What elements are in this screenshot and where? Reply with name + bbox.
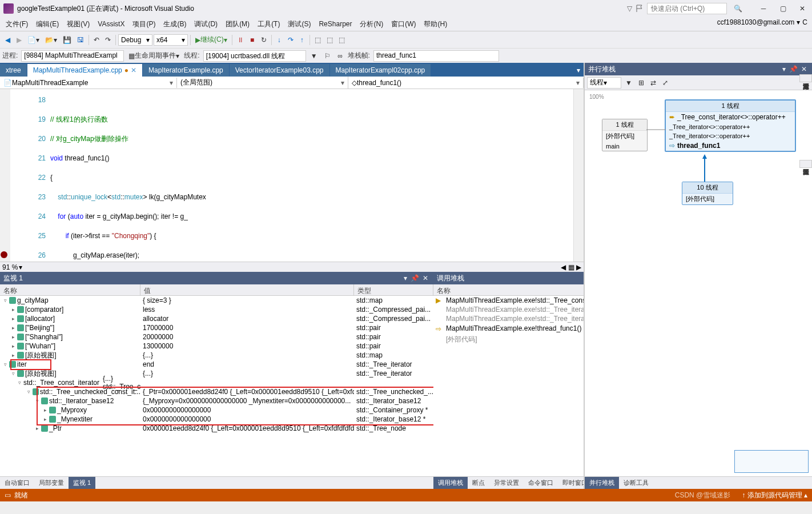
breakpoint-icon[interactable] xyxy=(1,251,7,258)
tab-overflow-button[interactable]: ▾ xyxy=(573,64,584,77)
code-text[interactable]: // 线程1的执行函数// 对g_cityMap做删除操作void thread… xyxy=(50,89,573,262)
save-button[interactable]: 💾 xyxy=(61,34,74,46)
pin-icon[interactable]: 📌 xyxy=(409,274,421,282)
minimize-button[interactable]: ─ xyxy=(754,2,773,15)
tab-watch1[interactable]: 监视 1 xyxy=(69,477,95,489)
tab-locals[interactable]: 局部变量 xyxy=(34,477,69,489)
menu-project[interactable]: 项目(P) xyxy=(129,18,159,31)
stack-node-pool[interactable]: 10 线程 [外部代码] xyxy=(682,182,733,205)
open-button[interactable]: 📂▾ xyxy=(43,34,59,46)
thread-flag-icon[interactable]: ⚐ xyxy=(322,50,333,62)
step-out-button[interactable]: ↑ xyxy=(297,34,307,46)
tb-extra-1[interactable]: ⬚ xyxy=(312,34,323,46)
menu-edit[interactable]: 编辑(E) xyxy=(33,18,62,31)
namespace-combo[interactable]: (全局范围)▾ xyxy=(177,77,348,89)
config-combo[interactable]: Debug▾ xyxy=(118,34,152,46)
undo-button[interactable]: ↶ xyxy=(91,34,102,46)
menu-tools[interactable]: 工具(T) xyxy=(254,18,283,31)
step-into-button[interactable]: ↓ xyxy=(274,34,284,46)
new-file-button[interactable]: 📄▾ xyxy=(25,34,42,46)
panel-close-icon[interactable]: ✕ xyxy=(799,65,809,73)
redo-button[interactable]: ↷ xyxy=(103,34,113,46)
quick-launch-input[interactable] xyxy=(647,3,727,14)
team-explorer-tab[interactable]: 团队资源管理器 xyxy=(799,160,812,168)
tab-vectoriterator03[interactable]: VectorIteratorExample03.cpp xyxy=(230,64,329,77)
stack-node-thread1[interactable]: 1 线程 ➨_Tree_const_iterator<>::operator++… xyxy=(665,99,796,152)
watch-grid[interactable]: ▿ g_cityMap{ size=3 }std::map▸ [comparat… xyxy=(0,296,433,476)
code-scrollbar[interactable] xyxy=(573,89,584,262)
watch-header-value[interactable]: 值 xyxy=(140,284,354,295)
break-button[interactable]: ⏸ xyxy=(235,34,246,46)
watch-title[interactable]: 监视 1 ▾ 📌 ✕ xyxy=(0,272,433,284)
menu-analyze[interactable]: 分析(N) xyxy=(356,18,387,31)
menu-debug[interactable]: 调试(D) xyxy=(191,18,221,31)
watch-row[interactable]: ▸ _Ptr0x000001eedd8d24f0 {_Left=0x000001… xyxy=(0,424,433,433)
menu-resharper[interactable]: ReSharper xyxy=(315,18,355,30)
nav-fwd-button[interactable]: ▶ xyxy=(14,34,24,46)
autoscroll-icon[interactable]: ⤢ xyxy=(660,77,670,89)
restart-button[interactable]: ↻ xyxy=(259,34,269,46)
tab-callstack[interactable]: 调用堆栈 xyxy=(433,477,468,489)
solution-explorer-tab[interactable]: 激活方案资源管理器 xyxy=(799,74,812,82)
tab-mapmultithread[interactable]: MapMultiThreadExample.cpp ● ✕ xyxy=(27,64,142,77)
menu-window[interactable]: 窗口(W) xyxy=(388,18,419,31)
tab-mapiterator02[interactable]: MapIteratorExampl02cpp.cpp xyxy=(330,64,431,77)
watch-header-type[interactable]: 类型 xyxy=(354,284,433,295)
thread-combo[interactable]: [19004] ucrtbased.dll 线程 xyxy=(203,50,306,62)
tb-extra-2[interactable]: ⬚ xyxy=(324,34,335,46)
nav-back-button[interactable]: ◀ xyxy=(2,34,13,46)
watch-row[interactable]: ▸ ["Wuhan"]13000000std::pair xyxy=(0,342,433,351)
watch-row[interactable]: ▸ ["Beijing"]17000000std::pair xyxy=(0,323,433,332)
watch-row[interactable]: ▿ std::_Tree_unchecked_const_it...{_Ptr=… xyxy=(0,387,433,396)
tab-autos[interactable]: 自动窗口 xyxy=(0,477,34,489)
tab-xtree[interactable]: xtree xyxy=(0,64,27,77)
parallel-stacks-canvas[interactable]: 100% 1 线程 [外部代码] main 1 线程 ➨_Tree_const_… xyxy=(585,90,812,476)
parallel-stacks-title[interactable]: 并行堆栈 ▾ 📌 ✕ xyxy=(585,63,812,75)
tab-breakpoints[interactable]: 断点 xyxy=(468,477,489,489)
watch-row[interactable]: ▸ ["Shanghai"]20000000std::pair xyxy=(0,332,433,342)
save-all-button[interactable]: 🖫 xyxy=(75,34,86,46)
menu-team[interactable]: 团队(M) xyxy=(222,18,253,31)
notification-icon[interactable]: ▽ xyxy=(627,5,632,13)
callstack-header-name[interactable]: 名称 xyxy=(433,284,603,295)
panel-dropdown-icon[interactable]: ▾ xyxy=(781,65,787,73)
tab-diagnostics[interactable]: 诊断工具 xyxy=(619,477,653,489)
process-combo[interactable]: [9884] MapMultiThreadExampl xyxy=(21,50,124,62)
stacks-view-combo[interactable]: 线程 ▾ xyxy=(587,77,621,89)
close-icon[interactable]: ✕ xyxy=(131,66,136,74)
zoom-level[interactable]: 91 % xyxy=(2,263,18,271)
zoom-icon[interactable]: ⊞ xyxy=(636,77,646,89)
tab-parallel-stacks[interactable]: 并行堆栈 xyxy=(585,477,619,489)
watch-row[interactable]: ▿ std::_Tree_const_iterator{...}std::_Tr… xyxy=(0,378,433,387)
flag-icon[interactable] xyxy=(636,5,644,13)
menu-test[interactable]: 测试(S) xyxy=(284,18,314,31)
scope-combo[interactable]: 📄 MapMultiThreadExample▾ xyxy=(0,78,177,88)
tb-extra-3[interactable]: ⬚ xyxy=(336,34,347,46)
code-editor[interactable]: 181920212223242526 // 线程1的执行函数// 对g_city… xyxy=(0,89,584,262)
breakpoint-margin[interactable] xyxy=(0,89,10,262)
search-icon[interactable]: 🔍 xyxy=(730,5,746,13)
watch-header-name[interactable]: 名称 xyxy=(0,284,140,295)
watch-row[interactable]: ▸ [allocator]allocatorstd::_Compressed_p… xyxy=(0,314,433,323)
source-control-button[interactable]: ↑ 添加到源代码管理 ▴ xyxy=(742,491,807,500)
panel-dropdown-icon[interactable]: ▾ xyxy=(402,274,409,282)
step-over-button[interactable]: ↷ xyxy=(286,34,296,46)
tab-mapiterator[interactable]: MapIteratorExample.cpp xyxy=(143,64,229,77)
watch-row[interactable]: ▿ std::_Iterator_base12{_Myproxy=0x00000… xyxy=(0,396,433,405)
menu-build[interactable]: 生成(B) xyxy=(160,18,190,31)
user-email[interactable]: ccf19881030@gmail.com xyxy=(717,18,795,26)
thread-filter-icon[interactable]: ▼ xyxy=(308,50,320,62)
maximize-button[interactable]: ▢ xyxy=(773,2,793,15)
panel-close-icon[interactable]: ✕ xyxy=(421,274,430,282)
user-avatar[interactable]: C xyxy=(802,18,807,26)
stop-button[interactable]: ■ xyxy=(247,34,258,46)
menu-file[interactable]: 文件(F) xyxy=(2,18,31,31)
thread-misc-icon[interactable]: ∞ xyxy=(335,50,345,62)
watch-row[interactable]: ▸ _Myproxy0x0000000000000000 std::_Conta… xyxy=(0,405,433,415)
close-button[interactable]: ✕ xyxy=(793,2,812,15)
watch-row[interactable]: ▸ [原始视图]{...}std::map xyxy=(0,351,433,360)
continue-button[interactable]: ▶ 继续(C) ▾ xyxy=(193,34,230,46)
lifecycle-button[interactable]: ▦ 生命周期事件 ▾ xyxy=(126,50,182,62)
stack-node-main[interactable]: 1 线程 [外部代码] main xyxy=(602,119,648,151)
menu-vassistx[interactable]: VAssistX xyxy=(94,18,128,30)
